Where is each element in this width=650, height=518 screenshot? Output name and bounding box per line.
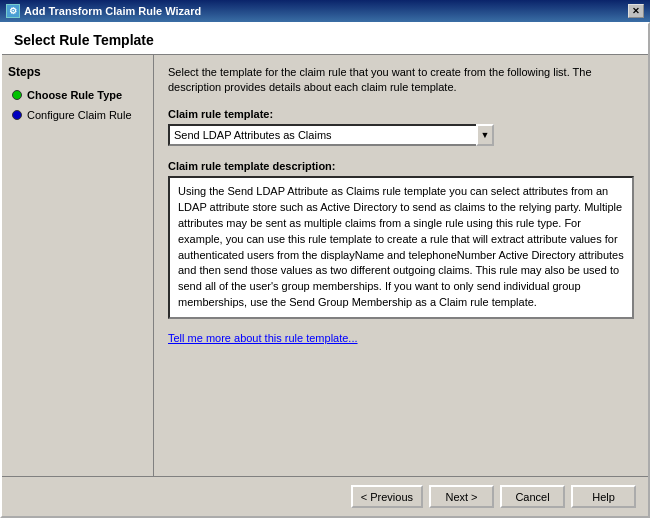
page-title-bar: Select Rule Template	[2, 24, 648, 55]
sidebar-item-label-1: Choose Rule Type	[27, 89, 122, 101]
dialog: Select Rule Template Steps Choose Rule T…	[0, 22, 650, 518]
description-box: Using the Send LDAP Attribute as Claims …	[168, 176, 634, 320]
claim-rule-template-label: Claim rule template:	[168, 108, 634, 120]
page-title: Select Rule Template	[14, 32, 636, 48]
button-bar: < Previous Next > Cancel Help	[2, 476, 648, 516]
title-bar: ⚙ Add Transform Claim Rule Wizard ✕	[0, 0, 650, 22]
title-bar-text: Add Transform Claim Rule Wizard	[24, 5, 201, 17]
help-link[interactable]: Tell me more about this rule template...	[168, 332, 358, 344]
description-text: Using the Send LDAP Attribute as Claims …	[178, 185, 624, 309]
title-bar-controls[interactable]: ✕	[628, 4, 644, 18]
wizard-icon: ⚙	[6, 4, 20, 18]
close-button[interactable]: ✕	[628, 4, 644, 18]
next-button[interactable]: Next >	[429, 485, 494, 508]
main-content: Select the template for the claim rule t…	[154, 55, 648, 476]
sidebar-item-label-2: Configure Claim Rule	[27, 109, 132, 121]
claim-rule-template-dropdown[interactable]: Send LDAP Attributes as Claims Send Grou…	[168, 124, 478, 146]
sidebar: Steps Choose Rule Type Configure Claim R…	[2, 55, 154, 476]
dropdown-container: Send LDAP Attributes as Claims Send Grou…	[168, 124, 634, 146]
intro-text: Select the template for the claim rule t…	[168, 65, 634, 96]
dropdown-arrow-icon[interactable]: ▼	[476, 124, 494, 146]
previous-button[interactable]: < Previous	[351, 485, 423, 508]
sidebar-heading: Steps	[8, 65, 147, 79]
step-dot-blue	[12, 110, 22, 120]
step-dot-green	[12, 90, 22, 100]
title-bar-left: ⚙ Add Transform Claim Rule Wizard	[6, 4, 201, 18]
help-button[interactable]: Help	[571, 485, 636, 508]
description-label: Claim rule template description:	[168, 160, 634, 172]
sidebar-item-choose-rule-type[interactable]: Choose Rule Type	[8, 87, 147, 103]
content-area: Steps Choose Rule Type Configure Claim R…	[2, 55, 648, 476]
cancel-button[interactable]: Cancel	[500, 485, 565, 508]
sidebar-item-configure-claim-rule[interactable]: Configure Claim Rule	[8, 107, 147, 123]
